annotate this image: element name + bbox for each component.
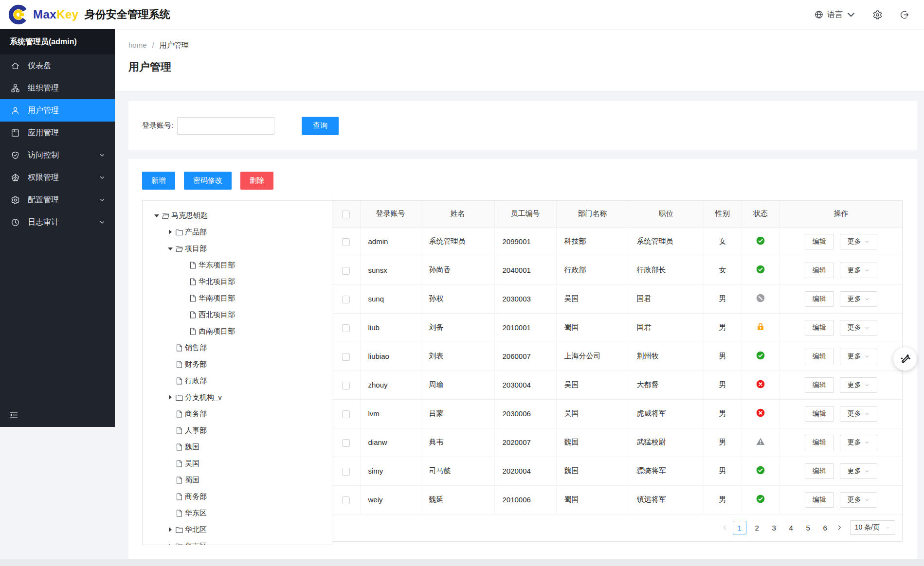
edit-button[interactable]: 编辑	[805, 263, 834, 278]
language-switcher[interactable]: 语言	[814, 10, 856, 20]
more-button[interactable]: 更多	[840, 234, 877, 249]
tree-item[interactable]: 商务部	[146, 406, 328, 422]
edit-button[interactable]: 编辑	[805, 291, 834, 307]
more-button[interactable]: 更多	[840, 349, 877, 364]
tree-item[interactable]: 蜀国	[146, 472, 328, 488]
tree-item[interactable]: 西北项目部	[146, 306, 328, 323]
breadcrumb-home[interactable]: home	[128, 41, 147, 50]
edit-button[interactable]: 编辑	[805, 320, 834, 336]
more-button[interactable]: 更多	[840, 291, 877, 307]
change-password-button[interactable]: 密码修改	[184, 172, 232, 190]
employee_no-cell: 2060007	[494, 342, 556, 371]
edit-button[interactable]: 编辑	[805, 406, 834, 422]
menu-fold-icon[interactable]	[9, 410, 19, 420]
select-all-checkbox[interactable]	[342, 211, 350, 218]
edit-button[interactable]: 编辑	[805, 234, 834, 249]
page-number[interactable]: 2	[751, 521, 763, 534]
tree-item[interactable]: 行政部	[146, 372, 328, 389]
tree-item[interactable]: 销售部	[146, 339, 328, 356]
department-cell: 上海分公司	[556, 342, 629, 371]
tree-item[interactable]: 华东项目部	[146, 257, 328, 273]
sidebar-item-gem[interactable]: 权限管理	[0, 166, 115, 189]
tree-item[interactable]: 西南项目部	[146, 323, 328, 339]
tree-item[interactable]: 财务部	[146, 356, 328, 372]
sidebar-item-user[interactable]: 用户管理	[0, 99, 115, 122]
tree-item[interactable]: 华南项目部	[146, 290, 328, 306]
login-cell: admin	[360, 227, 421, 256]
tree-item[interactable]: 魏国	[146, 439, 328, 455]
row-checkbox[interactable]	[342, 324, 350, 332]
tree-item[interactable]: 华东区	[146, 505, 328, 521]
actions-cell: 编辑更多	[779, 342, 902, 371]
page-number[interactable]: 3	[768, 521, 780, 534]
row-checkbox[interactable]	[342, 410, 350, 418]
tree-item[interactable]: 项目部	[146, 240, 328, 257]
more-button[interactable]: 更多	[840, 492, 877, 508]
more-button[interactable]: 更多	[840, 406, 877, 422]
settings-button[interactable]	[872, 10, 883, 20]
page-number[interactable]: 6	[819, 521, 832, 534]
sidebar-item-shield[interactable]: 访问控制	[0, 144, 115, 166]
tree-item[interactable]: 产品部	[146, 224, 328, 240]
row-checkbox[interactable]	[342, 496, 350, 504]
caret-right-icon[interactable]	[165, 393, 175, 401]
caret-down-icon[interactable]	[151, 212, 162, 219]
caret-placeholder	[165, 377, 175, 385]
page-number[interactable]: 4	[785, 521, 797, 534]
magic-wand-button[interactable]	[893, 347, 917, 371]
department-cell: 行政部	[556, 256, 629, 284]
row-checkbox[interactable]	[342, 353, 350, 361]
sidebar-item-clock[interactable]: 日志审计	[0, 211, 115, 233]
page-number[interactable]: 1	[733, 521, 746, 534]
add-button[interactable]: 新增	[142, 172, 175, 190]
more-button[interactable]: 更多	[840, 377, 877, 393]
more-button[interactable]: 更多	[840, 320, 877, 336]
sidebar-item-app[interactable]: 应用管理	[0, 122, 115, 144]
more-button[interactable]: 更多	[840, 263, 877, 278]
file-icon	[175, 410, 183, 418]
actions-cell: 编辑更多	[779, 284, 902, 313]
row-checkbox[interactable]	[342, 296, 350, 303]
sidebar-item-home[interactable]: 仪表盘	[0, 54, 115, 77]
caret-right-icon[interactable]	[165, 228, 175, 236]
tree-item[interactable]: 马克思钥匙	[146, 207, 328, 224]
tree-item[interactable]: 人事部	[146, 422, 328, 439]
more-button[interactable]: 更多	[840, 463, 877, 479]
edit-button[interactable]: 编辑	[805, 463, 834, 479]
login-account-input[interactable]	[177, 117, 274, 135]
caret-right-icon[interactable]	[165, 526, 175, 533]
row-checkbox-cell	[332, 457, 360, 485]
row-checkbox-cell	[332, 371, 360, 399]
caret-right-icon[interactable]	[165, 542, 175, 545]
row-checkbox-cell	[332, 342, 360, 371]
edit-button[interactable]: 编辑	[805, 492, 834, 508]
edit-button[interactable]: 编辑	[805, 377, 834, 393]
sidebar-item-config[interactable]: 配置管理	[0, 189, 115, 211]
tree-item[interactable]: 华北区	[146, 521, 328, 538]
tree-item[interactable]: 华北项目部	[146, 273, 328, 290]
row-checkbox[interactable]	[342, 468, 350, 476]
page-size-select[interactable]: 10 条/页	[850, 520, 895, 535]
edit-button[interactable]: 编辑	[805, 435, 834, 450]
sidebar-item-org[interactable]: 组织管理	[0, 77, 115, 99]
employee_no-cell: 2030003	[494, 284, 556, 313]
tree-item[interactable]: 华南区	[146, 538, 328, 545]
delete-button[interactable]: 删除	[240, 172, 273, 190]
row-checkbox[interactable]	[342, 382, 350, 389]
tree-item[interactable]: 吴国	[146, 455, 328, 472]
tree-item[interactable]: 商务部	[146, 488, 328, 505]
row-checkbox[interactable]	[342, 238, 350, 246]
folder-icon	[175, 526, 183, 534]
page-number[interactable]: 5	[802, 521, 815, 534]
edit-button[interactable]: 编辑	[805, 349, 834, 364]
query-button[interactable]: 查询	[302, 117, 339, 135]
tree-item[interactable]: 分支机构_v	[146, 389, 328, 406]
more-button[interactable]: 更多	[840, 435, 877, 450]
chevron-right-icon[interactable]	[836, 524, 843, 531]
row-checkbox[interactable]	[342, 267, 350, 275]
chevron-down-icon	[865, 383, 870, 388]
logout-button[interactable]	[899, 10, 909, 20]
row-checkbox[interactable]	[342, 439, 350, 447]
caret-down-icon[interactable]	[165, 245, 175, 252]
chevron-left-icon[interactable]	[722, 524, 728, 531]
